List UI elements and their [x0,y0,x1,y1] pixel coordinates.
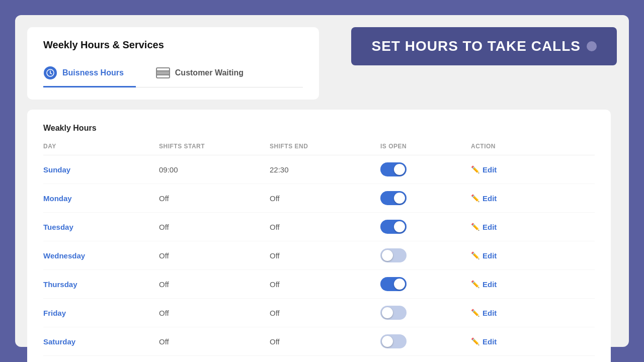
edit-button-sunday[interactable]: ✏️ Edit [471,165,497,174]
col-header-action: ACTION [471,143,551,150]
edit-pencil-icon-monday: ✏️ [471,194,479,202]
edit-pencil-icon-wednesday: ✏️ [471,251,479,259]
tab-business-hours-label: Buisness Hours [62,68,124,77]
day-name-tuesday: Tuesday [43,223,159,231]
table-row: Monday Off Off ✏️ Edit [43,184,595,213]
day-name-thursday: Thursday [43,280,159,289]
tab-customer-waiting[interactable]: Customer Waiting [156,61,256,87]
toggle-knob-tuesday [394,221,405,232]
table-row: Thursday Off Off ✏️ Edit [43,270,595,299]
toggle-tuesday[interactable] [380,220,407,234]
shifts-end-saturday: Off [270,337,380,346]
col-header-day: DAY [43,143,159,150]
day-name-saturday: Saturday [43,337,159,346]
toggle-thursday[interactable] [380,277,407,291]
col-header-shifts-end: SHIFTS END [270,143,380,150]
edit-button-thursday[interactable]: ✏️ Edit [471,280,497,289]
edit-pencil-icon-thursday: ✏️ [471,280,479,288]
shifts-start-tuesday: Off [159,223,270,231]
edit-label-wednesday: Edit [482,251,497,260]
shifts-start-friday: Off [159,309,270,317]
day-name-friday: Friday [43,309,159,317]
table-row: Wednesday Off Off ✏️ Edit [43,241,595,270]
edit-button-friday[interactable]: ✏️ Edit [471,309,497,317]
shifts-end-friday: Off [270,309,380,317]
day-name-sunday: Sunday [43,165,159,174]
edit-pencil-icon-saturday: ✏️ [471,337,479,345]
shifts-start-sunday: 09:00 [159,165,270,174]
tab-customer-waiting-label: Customer Waiting [175,68,244,77]
toggle-knob-wednesday [382,250,393,261]
toggle-sunday[interactable] [380,162,407,176]
tabs-container: Buisness Hours Customer Waiting [43,61,303,87]
banner-title: SET HOURS TO TAKE CALLS [371,38,581,54]
edit-button-monday[interactable]: ✏️ Edit [471,194,497,203]
table-row: Friday Off Off ✏️ Edit [43,299,595,327]
toggle-knob-thursday [394,279,405,290]
clock-icon [44,66,57,79]
shifts-start-saturday: Off [159,337,270,346]
svg-rect-4 [157,68,169,70]
toggle-knob-saturday [382,336,393,347]
svg-line-2 [50,73,52,74]
edit-pencil-icon-tuesday: ✏️ [471,223,479,231]
toggle-knob-friday [382,307,393,318]
toggle-wednesday[interactable] [380,248,407,262]
edit-label-saturday: Edit [482,337,497,346]
table-row: Sunday 09:00 22:30 ✏️ Edit [43,155,595,184]
tab-business-hours[interactable]: Buisness Hours [43,61,136,87]
table-row: Saturday Off Off ✏️ Edit [43,327,595,356]
main-card: Weekly Hours & Services Buisness Hours [27,27,319,100]
film-icon [156,67,170,78]
toggle-saturday[interactable] [380,334,407,348]
edit-label-sunday: Edit [482,165,497,174]
edit-pencil-icon-friday: ✏️ [471,309,479,317]
table-header: DAY SHIFTS START SHIFTS END IS OPEN ACTI… [43,143,595,155]
col-header-shifts-start: SHIFTS START [159,143,270,150]
edit-label-monday: Edit [482,194,497,203]
toggle-knob-monday [394,193,405,204]
clock-icon-container [43,66,57,80]
shifts-end-monday: Off [270,194,380,203]
shifts-end-tuesday: Off [270,223,380,231]
edit-button-saturday[interactable]: ✏️ Edit [471,337,497,346]
table-body: Sunday 09:00 22:30 ✏️ Edit Monday Off Of… [43,155,595,356]
page-title: Weekly Hours & Services [43,39,303,51]
shifts-start-thursday: Off [159,280,270,289]
shifts-end-sunday: 22:30 [270,165,380,174]
edit-button-tuesday[interactable]: ✏️ Edit [471,223,497,231]
edit-pencil-icon-sunday: ✏️ [471,165,479,173]
weekly-hours-card: Weakly Hours DAY SHIFTS START SHIFTS END… [27,110,611,362]
edit-label-thursday: Edit [482,280,497,289]
shifts-start-monday: Off [159,194,270,203]
shifts-start-wednesday: Off [159,251,270,260]
header-banner: SET HOURS TO TAKE CALLS [351,27,617,65]
day-name-wednesday: Wednesday [43,251,159,260]
toggle-friday[interactable] [380,306,407,320]
edit-button-wednesday[interactable]: ✏️ Edit [471,251,497,260]
edit-label-tuesday: Edit [482,223,497,231]
table-row: Tuesday Off Off ✏️ Edit [43,213,595,241]
toggle-monday[interactable] [380,191,407,205]
svg-rect-5 [157,75,169,77]
svg-rect-6 [157,71,169,74]
day-name-monday: Monday [43,194,159,203]
section-title: Weakly Hours [43,124,595,133]
banner-arrow-icon [587,41,597,51]
shifts-end-wednesday: Off [270,251,380,260]
toggle-knob-sunday [394,164,405,175]
outer-container: SET HOURS TO TAKE CALLS Weekly Hours & S… [15,15,629,347]
edit-label-friday: Edit [482,309,497,317]
film-icon-container [156,66,170,80]
col-header-is-open: IS OPEN [380,143,471,150]
shifts-end-thursday: Off [270,280,380,289]
